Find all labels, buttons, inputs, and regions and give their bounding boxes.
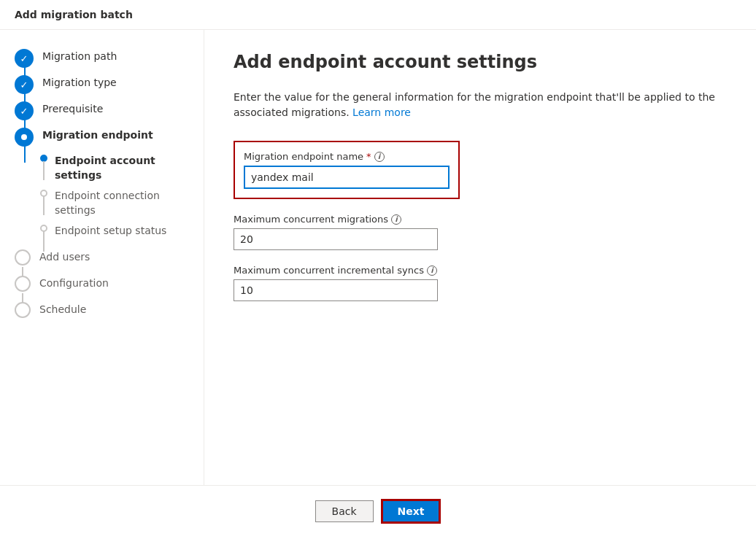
sidebar: ✓ Migration path ✓ Migration type ✓ Prer… bbox=[0, 30, 204, 485]
sidebar-item-endpoint-account-settings[interactable]: Endpoint account settings bbox=[0, 150, 204, 185]
sidebar-item-endpoint-setup-status[interactable]: Endpoint setup status bbox=[0, 220, 204, 241]
footer: Back Next bbox=[0, 485, 756, 536]
step-icon-configuration bbox=[15, 276, 31, 292]
check-icon-3: ✓ bbox=[20, 106, 28, 117]
required-star: * bbox=[366, 151, 371, 162]
max-concurrent-migrations-label: Maximum concurrent migrations i bbox=[234, 214, 438, 225]
sidebar-item-add-users[interactable]: Add users bbox=[0, 244, 204, 270]
endpoint-name-input[interactable] bbox=[244, 166, 450, 189]
max-concurrent-incremental-syncs-label: Maximum concurrent incremental syncs i bbox=[234, 265, 438, 276]
max-concurrent-migrations-group: Maximum concurrent migrations i bbox=[234, 214, 438, 250]
sidebar-label-migration-path: Migration path bbox=[42, 47, 117, 64]
sidebar-label-endpoint-connection-settings: Endpoint connection settings bbox=[55, 187, 189, 217]
check-icon-2: ✓ bbox=[20, 80, 28, 90]
learn-more-link[interactable]: Learn more bbox=[352, 106, 411, 118]
sidebar-item-configuration[interactable]: Configuration bbox=[0, 270, 204, 296]
sidebar-label-endpoint-setup-status: Endpoint setup status bbox=[55, 222, 166, 239]
back-button[interactable]: Back bbox=[315, 500, 374, 522]
description: Enter the value for the general informat… bbox=[234, 90, 715, 120]
max-concurrent-incremental-syncs-group: Maximum concurrent incremental syncs i bbox=[234, 265, 438, 301]
sidebar-item-migration-path[interactable]: ✓ Migration path bbox=[0, 44, 204, 71]
step-list: ✓ Migration path ✓ Migration type ✓ Prer… bbox=[0, 44, 204, 322]
sidebar-item-schedule[interactable]: Schedule bbox=[0, 296, 204, 322]
sidebar-label-configuration: Configuration bbox=[39, 274, 109, 291]
endpoint-name-label-text: Migration endpoint name bbox=[244, 151, 363, 162]
sidebar-label-schedule: Schedule bbox=[39, 300, 86, 317]
page-header-title: Add migration batch bbox=[15, 9, 133, 20]
description-text: Enter the value for the general informat… bbox=[234, 91, 715, 118]
max-concurrent-migrations-info-icon[interactable]: i bbox=[391, 214, 401, 225]
dot-icon bbox=[21, 134, 27, 140]
sidebar-label-migration-type: Migration type bbox=[42, 74, 117, 90]
sidebar-label-migration-endpoint: Migration endpoint bbox=[42, 126, 153, 143]
max-concurrent-incremental-syncs-input[interactable] bbox=[234, 279, 438, 301]
step-icon-schedule bbox=[15, 302, 31, 318]
sidebar-item-migration-endpoint[interactable]: Migration endpoint bbox=[0, 123, 204, 150]
max-concurrent-migrations-label-text: Maximum concurrent migrations bbox=[234, 214, 388, 225]
max-concurrent-incremental-syncs-label-text: Maximum concurrent incremental syncs bbox=[234, 265, 424, 276]
content-area: Add endpoint account settings Enter the … bbox=[204, 30, 756, 485]
max-concurrent-incremental-syncs-info-icon[interactable]: i bbox=[427, 265, 437, 276]
max-concurrent-migrations-input[interactable] bbox=[234, 228, 438, 250]
main-layout: ✓ Migration path ✓ Migration type ✓ Prer… bbox=[0, 30, 756, 485]
sidebar-item-endpoint-connection-settings[interactable]: Endpoint connection settings bbox=[0, 185, 204, 220]
page-header: Add migration batch bbox=[0, 0, 756, 30]
sidebar-item-migration-type[interactable]: ✓ Migration type bbox=[0, 71, 204, 97]
sidebar-label-prerequisite: Prerequisite bbox=[42, 100, 103, 117]
check-icon: ✓ bbox=[20, 53, 28, 64]
endpoint-name-field-group: Migration endpoint name * i bbox=[234, 141, 460, 199]
sidebar-label-add-users: Add users bbox=[39, 248, 90, 265]
page-title: Add endpoint account settings bbox=[234, 52, 727, 72]
endpoint-name-info-icon[interactable]: i bbox=[374, 152, 385, 162]
sidebar-item-prerequisite[interactable]: ✓ Prerequisite bbox=[0, 97, 204, 123]
sidebar-label-endpoint-account-settings: Endpoint account settings bbox=[55, 152, 189, 182]
next-button[interactable]: Next bbox=[381, 499, 441, 524]
endpoint-name-label: Migration endpoint name * i bbox=[244, 151, 450, 162]
step-icon-add-users bbox=[15, 249, 31, 265]
